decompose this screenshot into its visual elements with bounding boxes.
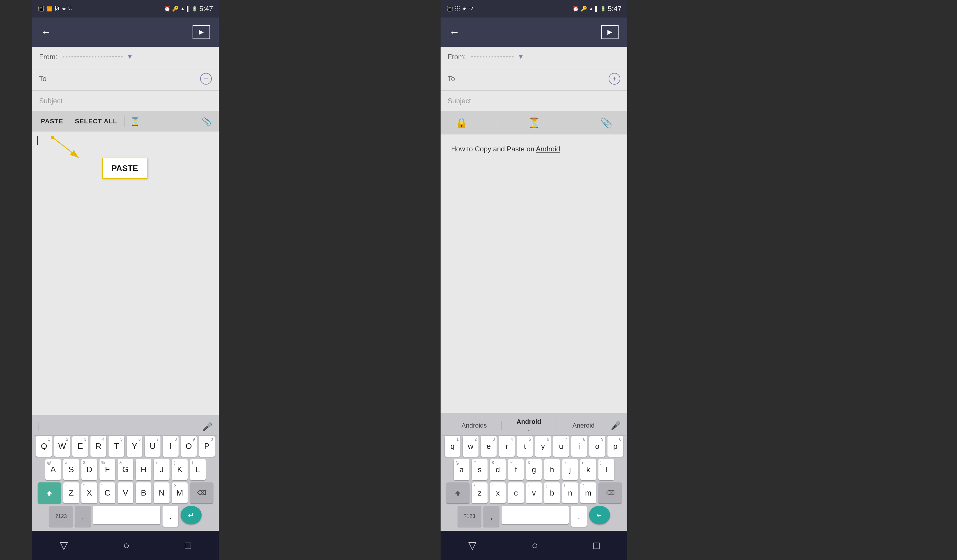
- key-X[interactable]: "X: [81, 483, 97, 503]
- key-R[interactable]: 4R: [90, 436, 106, 457]
- backspace-key-right[interactable]: ⌫: [599, 483, 622, 503]
- key-C[interactable]: 'C: [99, 483, 115, 503]
- key-k[interactable]: (k: [580, 459, 596, 480]
- shift-key-right[interactable]: [446, 483, 469, 503]
- suggestion-aneroid[interactable]: Aneroid: [556, 422, 611, 429]
- subject-field-left[interactable]: Subject: [32, 91, 219, 111]
- suggestion-androids[interactable]: Androids: [447, 422, 501, 429]
- timer-icon[interactable]: ⏳: [126, 114, 144, 129]
- key-i[interactable]: 8i: [571, 436, 587, 457]
- key-H[interactable]: -H: [136, 459, 152, 480]
- key-D[interactable]: $D: [81, 459, 97, 480]
- key-comma-left[interactable]: ,: [75, 506, 91, 527]
- key-f[interactable]: %f: [508, 459, 524, 480]
- key-M[interactable]: ?M: [172, 483, 188, 503]
- key-N[interactable]: !N: [154, 483, 169, 503]
- key-F[interactable]: %F: [99, 459, 115, 480]
- key-W[interactable]: 2W: [54, 436, 70, 457]
- key-l[interactable]: )l: [599, 459, 614, 480]
- nav-recent-left[interactable]: □: [185, 539, 191, 552]
- shift-key-left[interactable]: [38, 483, 61, 503]
- key-P[interactable]: 0P: [199, 436, 215, 457]
- key-A[interactable]: @A: [45, 459, 61, 480]
- key-enter-right[interactable]: ↵: [589, 506, 610, 524]
- key-x[interactable]: "x: [490, 483, 505, 503]
- key-G[interactable]: &G: [118, 459, 133, 480]
- key-u[interactable]: 7u: [553, 436, 569, 457]
- subject-field-right[interactable]: Subject: [441, 91, 627, 111]
- key-y[interactable]: 6y: [535, 436, 551, 457]
- key-Z[interactable]: *Z: [63, 483, 79, 503]
- paperclip-icon[interactable]: 📎: [197, 114, 216, 129]
- key-c[interactable]: 'c: [508, 483, 524, 503]
- key-q[interactable]: 1q: [445, 436, 460, 457]
- key-m[interactable]: ?m: [580, 483, 596, 503]
- nav-back-right[interactable]: ▽: [468, 539, 477, 552]
- key-T[interactable]: 5T: [109, 436, 124, 457]
- key-space-left[interactable]: [93, 506, 160, 524]
- timer-icon-r[interactable]: ⏳: [528, 117, 540, 129]
- backspace-key-left[interactable]: ⌫: [190, 483, 213, 503]
- key-e[interactable]: 3e: [481, 436, 497, 457]
- key-t[interactable]: 5t: [517, 436, 533, 457]
- body-area-right[interactable]: How to Copy and Paste on Android: [441, 134, 627, 413]
- from-dropdown-icon[interactable]: ▼: [126, 53, 133, 61]
- body-text-link[interactable]: Android: [536, 145, 560, 153]
- key-Y[interactable]: 6Y: [126, 436, 142, 457]
- body-area-left[interactable]: PASTE: [32, 131, 219, 415]
- key-comma-right[interactable]: ,: [483, 506, 499, 527]
- key-E[interactable]: 3E: [73, 436, 88, 457]
- key-enter-left[interactable]: ↵: [181, 506, 202, 524]
- add-recipient-button-right[interactable]: +: [609, 73, 620, 85]
- key-K[interactable]: (K: [172, 459, 188, 480]
- lock-icon[interactable]: 🔒: [455, 117, 468, 129]
- key-Q[interactable]: 1Q: [36, 436, 52, 457]
- key-L[interactable]: )L: [190, 459, 206, 480]
- key-o[interactable]: 9o: [589, 436, 605, 457]
- select-all-button[interactable]: SELECT ALL: [69, 115, 123, 128]
- send-button-right[interactable]: ►: [601, 25, 619, 39]
- nav-recent-right[interactable]: □: [594, 539, 600, 552]
- key-j[interactable]: +j: [562, 459, 578, 480]
- key-a[interactable]: @a: [454, 459, 469, 480]
- key-g[interactable]: &g: [526, 459, 542, 480]
- key-r[interactable]: 4r: [499, 436, 515, 457]
- key-v[interactable]: :v: [526, 483, 542, 503]
- key-O[interactable]: 9O: [181, 436, 197, 457]
- key-B[interactable]: ;B: [136, 483, 152, 503]
- key-space-right[interactable]: [502, 506, 569, 524]
- to-field-right[interactable]: To +: [441, 67, 627, 91]
- paperclip-icon-r[interactable]: 📎: [600, 117, 613, 129]
- key-I[interactable]: 8I: [163, 436, 178, 457]
- suggestion-android[interactable]: Android···: [502, 418, 556, 433]
- back-button-right[interactable]: ←: [449, 26, 460, 38]
- nav-home-left[interactable]: ○: [123, 539, 129, 552]
- to-field-left[interactable]: To +: [32, 67, 219, 91]
- mic-icon-right[interactable]: 🎤: [611, 421, 621, 431]
- key-b[interactable]: ;b: [544, 483, 560, 503]
- key-z[interactable]: *z: [472, 483, 488, 503]
- from-dropdown-icon-r[interactable]: ▼: [518, 53, 524, 61]
- add-recipient-button-left[interactable]: +: [200, 73, 212, 85]
- key-w[interactable]: 2w: [463, 436, 478, 457]
- key-s[interactable]: #s: [472, 459, 488, 480]
- key-?123-left[interactable]: ?123: [49, 506, 73, 527]
- paste-popup[interactable]: PASTE: [102, 158, 147, 179]
- key-J[interactable]: +J: [154, 459, 169, 480]
- key-period-right[interactable]: .: [571, 506, 587, 527]
- paste-button[interactable]: PASTE: [35, 115, 69, 128]
- key-p[interactable]: 0p: [608, 436, 623, 457]
- nav-back-left[interactable]: ▽: [60, 539, 68, 552]
- key-d[interactable]: $d: [490, 459, 505, 480]
- key-V[interactable]: :V: [118, 483, 133, 503]
- key-n[interactable]: !n: [562, 483, 578, 503]
- send-button-left[interactable]: ►: [193, 25, 210, 39]
- mic-icon-left[interactable]: 🎤: [202, 422, 212, 432]
- back-button-left[interactable]: ←: [41, 26, 51, 38]
- key-h[interactable]: -h: [544, 459, 560, 480]
- nav-home-right[interactable]: ○: [532, 539, 538, 552]
- key-U[interactable]: 7U: [145, 436, 161, 457]
- key-?123-right[interactable]: ?123: [458, 506, 481, 527]
- key-S[interactable]: #S: [63, 459, 79, 480]
- key-period-left[interactable]: .: [163, 506, 178, 527]
